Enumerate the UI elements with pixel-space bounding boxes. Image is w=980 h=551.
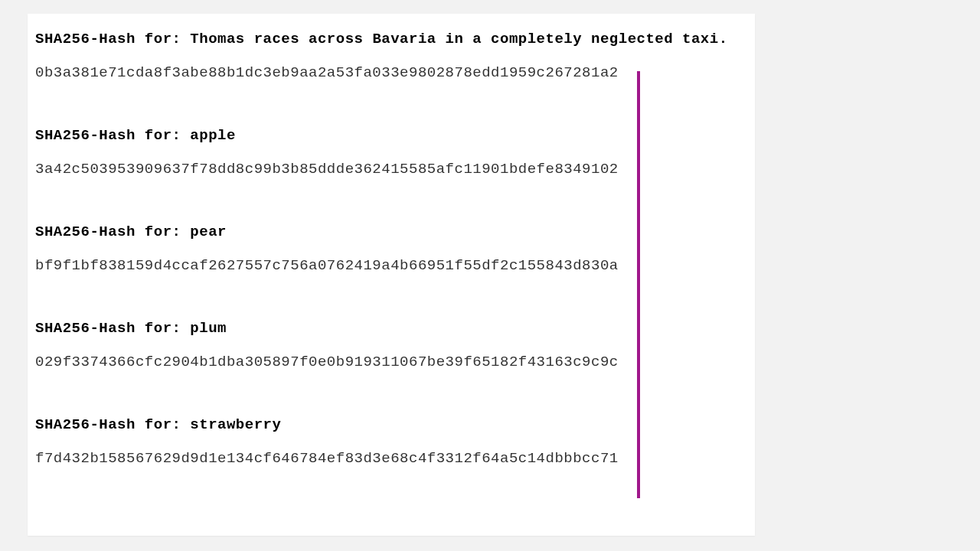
hash-value: 3a42c503953909637f78dd8c99b3b85ddde36241… bbox=[35, 161, 747, 178]
content-card: SHA256-Hash for: Thomas races across Bav… bbox=[28, 14, 755, 536]
hash-label-prefix: SHA256-Hash for: bbox=[35, 416, 190, 433]
hash-label-prefix: SHA256-Hash for: bbox=[35, 31, 190, 47]
hash-input-text: plum bbox=[190, 320, 227, 337]
hash-heading: SHA256-Hash for: pear bbox=[35, 223, 747, 240]
hash-heading: SHA256-Hash for: plum bbox=[35, 320, 747, 337]
hash-value: bf9f1bf838159d4ccaf2627557c756a0762419a4… bbox=[35, 257, 747, 274]
hash-value: 029f3374366cfc2904b1dba305897f0e0b919311… bbox=[35, 354, 747, 370]
hash-entry: SHA256-Hash for: Thomas races across Bav… bbox=[35, 31, 747, 81]
hash-label-prefix: SHA256-Hash for: bbox=[35, 320, 190, 337]
hash-input-text: Thomas races across Bavaria in a complet… bbox=[190, 31, 727, 47]
hash-value: 0b3a381e71cda8f3abe88b1dc3eb9aa2a53fa033… bbox=[35, 64, 747, 81]
hash-label-prefix: SHA256-Hash for: bbox=[35, 223, 190, 240]
accent-vertical-line bbox=[637, 71, 640, 498]
hash-entry: SHA256-Hash for: pear bf9f1bf838159d4cca… bbox=[35, 223, 747, 274]
hash-heading: SHA256-Hash for: strawberry bbox=[35, 416, 747, 433]
hash-input-text: strawberry bbox=[190, 416, 281, 433]
hash-entry: SHA256-Hash for: apple 3a42c503953909637… bbox=[35, 127, 747, 178]
hash-input-text: apple bbox=[190, 127, 236, 144]
hash-heading: SHA256-Hash for: Thomas races across Bav… bbox=[35, 31, 747, 47]
hash-entry: SHA256-Hash for: plum 029f3374366cfc2904… bbox=[35, 320, 747, 370]
hash-value: f7d432b158567629d9d1e134cf646784ef83d3e6… bbox=[35, 450, 747, 467]
hash-input-text: pear bbox=[190, 223, 227, 240]
hash-heading: SHA256-Hash for: apple bbox=[35, 127, 747, 144]
hash-entry: SHA256-Hash for: strawberry f7d432b15856… bbox=[35, 416, 747, 467]
hash-label-prefix: SHA256-Hash for: bbox=[35, 127, 190, 144]
